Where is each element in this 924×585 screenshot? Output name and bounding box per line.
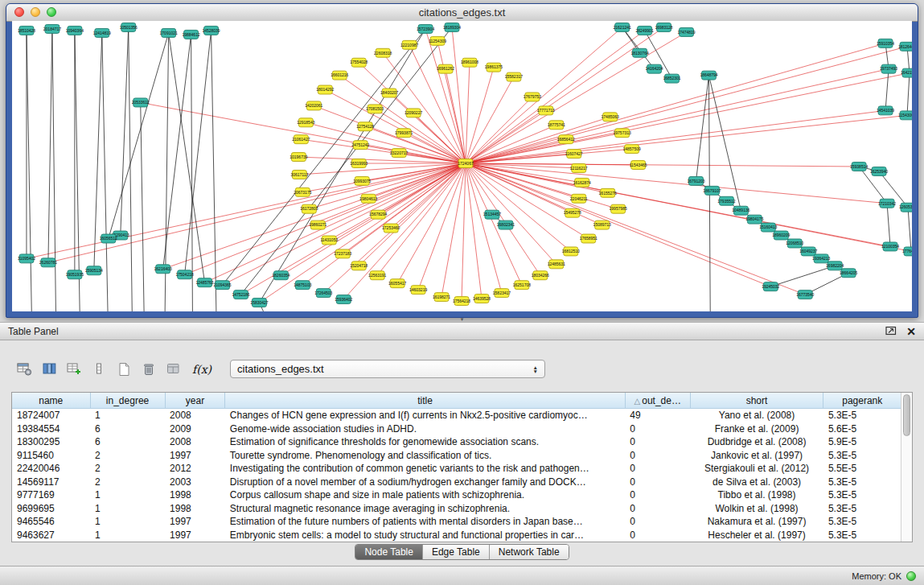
graph-node[interactable]: 16983128 — [655, 23, 672, 31]
graph-node[interactable]: 15495278 — [564, 208, 581, 217]
graph-node[interactable]: 12068510 — [786, 239, 803, 248]
graph-node[interactable]: 17485063 — [602, 113, 619, 122]
graph-node[interactable]: 17771713 — [537, 106, 555, 115]
graph-node[interactable]: 16791203 — [687, 176, 704, 185]
graph-node[interactable]: 18034266 — [532, 271, 549, 280]
float-panel-icon[interactable] — [885, 324, 897, 339]
graph-node[interactable]: 18189304 — [443, 23, 461, 31]
graph-node[interactable]: 16421508 — [901, 68, 912, 77]
graph-node[interactable]: 15910354 — [877, 39, 894, 47]
graph-node[interactable]: 11431053 — [320, 236, 338, 245]
graph-node[interactable]: 10501356 — [120, 23, 138, 31]
tab-network-table[interactable]: Network Table — [489, 545, 569, 559]
graph-node[interactable]: 16601216 — [331, 71, 348, 80]
graph-node[interactable]: 17264503 — [314, 289, 332, 298]
graph-node[interactable]: 18014292 — [316, 85, 334, 94]
graph-node[interactable]: 12605318 — [899, 203, 912, 212]
graph-node[interactable]: 15134457 — [483, 210, 501, 219]
graph-node[interactable]: 12485631 — [548, 260, 565, 269]
new-table-icon[interactable] — [114, 360, 133, 378]
graph-node[interactable]: 16198271 — [433, 293, 450, 302]
graph-node[interactable]: 15905134 — [85, 266, 103, 275]
graph-node[interactable]: 17253460 — [382, 224, 400, 233]
table-row[interactable]: 946362711997Embryonic stem cells: a mode… — [12, 528, 901, 542]
column-narrow-icon[interactable] — [89, 360, 109, 378]
graph-node[interactable]: 10196739 — [290, 153, 307, 162]
graph-node[interactable]: 16162874 — [573, 178, 591, 187]
graph-node[interactable]: 12563191 — [368, 271, 386, 280]
graph-node[interactable]: 17564218 — [453, 297, 470, 306]
graph-node[interactable]: 19957985 — [610, 204, 627, 213]
graph-node[interactable]: 24751242 — [351, 141, 369, 150]
graph-node[interactable]: 31095402 — [18, 254, 35, 263]
column-header-in_degree[interactable]: in_degree — [90, 393, 165, 409]
graph-node[interactable]: 26260781 — [39, 258, 57, 267]
table-row[interactable]: 969969511998Structural magnetic resonanc… — [12, 501, 901, 514]
column-header-pagerank[interactable]: pagerank — [823, 393, 901, 409]
graph-node[interactable]: 17679753 — [524, 93, 541, 101]
graph-node[interactable]: 14541039 — [877, 106, 894, 115]
graph-node[interactable]: 15830427 — [250, 299, 268, 307]
graph-node[interactable]: 14202061 — [305, 101, 322, 110]
graph-node[interactable]: 16172803 — [300, 204, 318, 213]
graph-node[interactable]: 19737493 — [880, 64, 897, 73]
table-row[interactable]: 2242004622012Investigating the contribut… — [12, 462, 901, 475]
graph-node[interactable]: 17237183 — [334, 249, 351, 258]
column-header-year[interactable]: year — [165, 393, 225, 409]
graph-node[interactable]: 15204718 — [350, 262, 368, 270]
graph-node[interactable]: 18664205 — [840, 269, 857, 278]
table-row[interactable]: 1456911722003Disruption of a novel membe… — [12, 475, 901, 488]
zoom-window-button[interactable] — [47, 7, 56, 17]
graph-node[interactable]: 18775741 — [548, 121, 565, 130]
minimize-window-button[interactable] — [31, 7, 40, 17]
graph-node[interactable]: 15582317 — [505, 72, 523, 81]
graph-node[interactable]: 15089713 — [593, 220, 611, 229]
graph-node[interactable]: 14857509 — [623, 145, 641, 154]
tab-node-table[interactable]: Node Table — [355, 545, 422, 559]
graph-node[interactable]: 15936402 — [335, 295, 352, 304]
column-header-title[interactable]: title — [225, 393, 625, 409]
table-options-icon[interactable] — [14, 360, 34, 378]
close-window-button[interactable] — [14, 7, 24, 17]
graph-node[interactable]: 17091021 — [160, 28, 178, 37]
graph-node[interactable]: 17554028 — [350, 58, 368, 67]
graph-node[interactable]: 16982204 — [826, 262, 844, 270]
graph-node[interactable]: 17764103 — [902, 247, 912, 256]
graph-node[interactable]: 14875103 — [294, 281, 311, 290]
table-row[interactable]: 946554611997Estimation of the future num… — [12, 515, 901, 528]
close-panel-icon[interactable]: ✕ — [906, 326, 916, 337]
delete-table-icon[interactable] — [139, 360, 158, 378]
tab-edge-table[interactable]: Edge Table — [422, 545, 489, 559]
graph-node[interactable]: 12116217 — [570, 164, 588, 173]
graph-node[interactable]: 12100354 — [881, 242, 899, 251]
graph-node[interactable]: 19804175 — [745, 215, 763, 224]
column-header-short[interactable]: short — [690, 393, 823, 409]
graph-node[interactable]: 18679107 — [703, 186, 721, 195]
graph-node[interactable]: 19804613 — [359, 194, 377, 203]
graph-node[interactable]: 17210342 — [878, 199, 896, 208]
network-canvas-svg[interactable]: 1724067112543091221098722608318175540281… — [12, 21, 912, 311]
graph-node[interactable]: 19051935 — [66, 270, 84, 279]
graph-node[interactable]: 18400207 — [380, 89, 398, 97]
graph-node[interactable]: 17993871 — [395, 129, 413, 138]
graph-node[interactable]: 18130764 — [631, 48, 649, 57]
graph-node[interactable]: 12918543 — [297, 118, 314, 127]
table-row[interactable]: 1938455462009Genome-wide association stu… — [12, 422, 901, 435]
graph-node[interactable]: 14164204 — [645, 64, 663, 73]
import-table-icon[interactable] — [164, 360, 183, 378]
graph-node[interactable]: 18126442 — [898, 42, 912, 51]
column-header-name[interactable]: name — [12, 393, 90, 409]
graph-node[interactable]: 18260354 — [272, 271, 290, 280]
table-row[interactable]: 1872400712008Changes of HCN gene express… — [12, 409, 901, 422]
graph-node[interactable]: 11543465 — [630, 161, 647, 170]
graph-node[interactable]: 16773540 — [796, 290, 814, 299]
graph-node[interactable]: 23220717 — [390, 149, 408, 158]
graph-node[interactable]: 15938514 — [850, 163, 868, 171]
graph-node[interactable]: 19884612 — [183, 30, 200, 39]
table-row[interactable]: 977716911998Corpus callosum shape and si… — [12, 488, 901, 501]
graph-node[interactable]: 16856412 — [557, 135, 575, 144]
graph-node[interactable]: 19861375 — [485, 63, 503, 72]
graph-node[interactable]: 12414819 — [93, 28, 111, 37]
graph-node[interactable]: 14752186 — [232, 290, 249, 299]
graph-node[interactable]: 28249901 — [636, 26, 654, 35]
